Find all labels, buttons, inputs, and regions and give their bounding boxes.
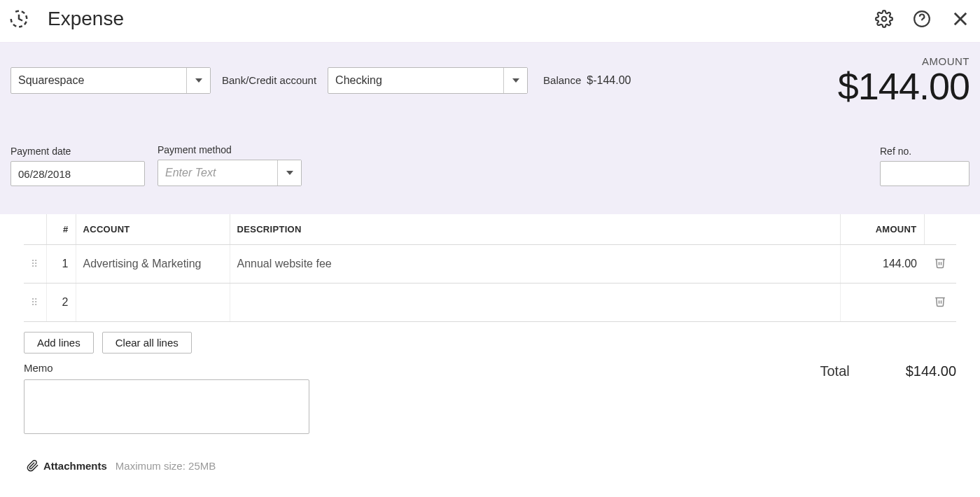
- line-items-section: # ACCOUNT DESCRIPTION AMOUNT ⠿ 1 Adverti…: [0, 214, 980, 322]
- help-button[interactable]: [910, 7, 934, 31]
- payment-date-field: Payment date: [10, 146, 145, 186]
- payment-method-input[interactable]: [158, 160, 277, 186]
- paperclip-icon: [27, 459, 39, 472]
- attachments-row: Attachments Maximum size: 25MB: [0, 434, 980, 472]
- settings-button[interactable]: [872, 7, 896, 31]
- line-account[interactable]: Advertising & Marketing: [76, 245, 230, 284]
- delete-line-button[interactable]: [934, 256, 946, 271]
- history-icon[interactable]: [6, 6, 32, 32]
- delete-line-button[interactable]: [934, 295, 946, 309]
- memo-field: Memo: [24, 362, 309, 434]
- bank-account-input[interactable]: [328, 68, 503, 93]
- chevron-down-icon: [512, 78, 519, 83]
- clear-all-lines-button[interactable]: Clear all lines: [102, 332, 192, 354]
- payment-method-select[interactable]: [158, 160, 302, 186]
- line-items-table: # ACCOUNT DESCRIPTION AMOUNT ⠿ 1 Adverti…: [24, 214, 956, 322]
- close-icon: [951, 9, 970, 29]
- attachments-button[interactable]: Attachments: [27, 459, 107, 472]
- line-number: 2: [46, 284, 76, 322]
- gear-icon: [875, 10, 893, 28]
- ref-no-field: Ref no.: [880, 146, 969, 186]
- col-handle: [24, 214, 46, 245]
- ref-no-label: Ref no.: [880, 146, 969, 157]
- svg-point-0: [882, 17, 887, 22]
- payee-select[interactable]: [10, 67, 211, 94]
- payee-dropdown-toggle[interactable]: [186, 68, 210, 93]
- amount-summary: AMOUNT $144.00: [838, 55, 969, 105]
- line-amount[interactable]: [840, 284, 924, 322]
- col-description-header: DESCRIPTION: [230, 214, 840, 245]
- line-description[interactable]: [230, 284, 840, 322]
- total-label: Total: [820, 363, 849, 379]
- col-number-header: #: [46, 214, 76, 245]
- balance-value: $-144.00: [587, 74, 631, 87]
- payment-method-field: Payment method: [158, 144, 302, 186]
- memo-input[interactable]: [24, 379, 309, 434]
- table-row[interactable]: ⠿ 2: [24, 284, 956, 322]
- line-number: 1: [46, 245, 76, 284]
- header-row-1: Bank/Credit account Balance $-144.00 AMO…: [10, 55, 969, 105]
- table-row[interactable]: ⠿ 1 Advertising & Marketing Annual websi…: [24, 245, 956, 284]
- payment-method-dropdown-toggle[interactable]: [277, 160, 301, 186]
- chevron-down-icon: [195, 78, 202, 83]
- payee-input[interactable]: [11, 68, 186, 93]
- drag-handle-icon[interactable]: ⠿: [31, 258, 38, 270]
- transaction-header-panel: Bank/Credit account Balance $-144.00 AMO…: [0, 42, 980, 214]
- payment-date-label: Payment date: [10, 146, 145, 157]
- account-label: Bank/Credit account: [222, 74, 316, 86]
- page-title: Expense: [48, 8, 124, 30]
- line-description[interactable]: Annual website fee: [230, 245, 840, 284]
- close-button[interactable]: [948, 6, 973, 31]
- total-value: $144.00: [906, 363, 956, 379]
- bank-account-select[interactable]: [328, 67, 528, 94]
- header-row-2: Payment date Payment method Ref no.: [10, 144, 969, 186]
- attachments-hint: Maximum size: 25MB: [115, 460, 216, 472]
- page-header: Expense: [0, 0, 980, 42]
- line-account[interactable]: [76, 284, 230, 322]
- drag-handle-icon[interactable]: ⠿: [31, 297, 38, 308]
- trash-icon: [934, 256, 946, 269]
- trash-icon: [934, 295, 946, 307]
- col-account-header: ACCOUNT: [76, 214, 230, 245]
- balance-label: Balance: [543, 74, 581, 86]
- col-actions: [924, 214, 956, 245]
- header-actions: [872, 6, 974, 31]
- attachments-label: Attachments: [43, 460, 107, 472]
- col-amount-header: AMOUNT: [840, 214, 924, 245]
- header-left: Expense: [6, 6, 124, 32]
- line-action-buttons: Add lines Clear all lines: [0, 322, 980, 354]
- amount-value: $144.00: [838, 67, 969, 105]
- ref-no-input[interactable]: [880, 161, 969, 186]
- payment-method-label: Payment method: [158, 144, 302, 155]
- bank-account-dropdown-toggle[interactable]: [503, 68, 527, 93]
- line-amount[interactable]: 144.00: [840, 245, 924, 284]
- memo-total-row: Memo Total $144.00: [0, 354, 980, 434]
- memo-label: Memo: [24, 362, 309, 374]
- add-lines-button[interactable]: Add lines: [24, 332, 94, 354]
- total-summary: Total $144.00: [820, 362, 956, 379]
- help-icon: [913, 10, 931, 28]
- payment-date-input[interactable]: [10, 161, 145, 186]
- account-balance: Balance $-144.00: [543, 74, 631, 87]
- chevron-down-icon: [286, 171, 293, 175]
